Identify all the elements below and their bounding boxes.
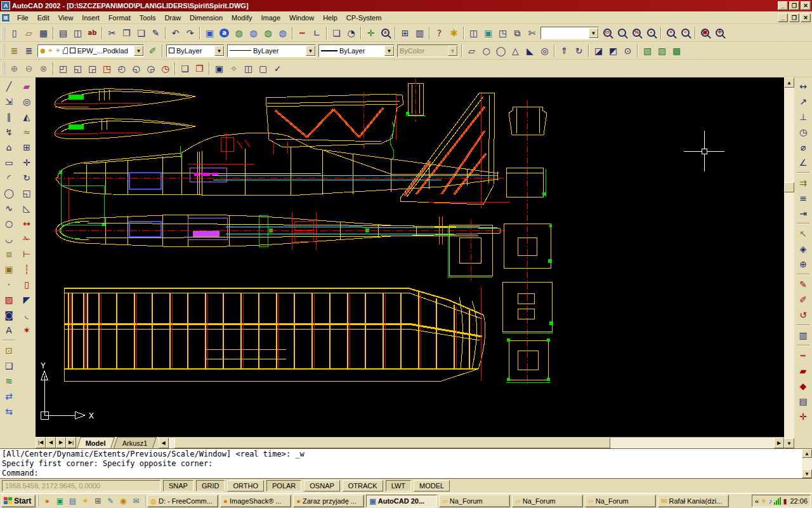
lwt-toggle[interactable]: LWT [386,480,411,491]
ico-editor-quicklaunch-button[interactable]: ▣ [54,495,65,507]
tab-model[interactable]: Model [77,437,115,448]
arc-button[interactable]: ◜ [1,170,16,185]
command-scrollbar[interactable]: ▲ ▼ [802,449,812,478]
extrude-button[interactable]: ⇑ [557,43,572,58]
zoom-realtime-button[interactable]: ± [378,25,393,40]
scroll-left-icon[interactable]: ◀ [159,438,169,448]
toolbar-grip[interactable] [2,44,5,58]
dimension-text-edit-button[interactable]: ✐ [796,292,811,307]
polygonal-viewport-button[interactable]: ◳ [495,25,510,40]
cmd-scroll-up-icon[interactable]: ▲ [802,449,812,458]
named-views-button[interactable]: ❏ [329,25,344,40]
toolbar-options-button[interactable]: ▥ [412,25,427,40]
import-drawing-button[interactable]: ⇄ [1,389,16,404]
menu-item-window[interactable]: Window [285,13,318,23]
break-button[interactable]: ▯ [19,277,34,292]
insert-block-button[interactable]: ⧈ [1,246,16,262]
autocad-today-button[interactable]: ▣ [202,25,217,40]
offset-button[interactable]: ≈ [19,124,34,140]
volume-tray-icon[interactable]: ♪ [769,497,773,505]
weather-app-quicklaunch-button[interactable]: ☀ [79,495,91,507]
move-button[interactable]: ✛ [19,155,34,170]
menu-item-format[interactable]: Format [104,13,135,23]
circle-button[interactable]: ◯ [1,185,16,201]
lengthen-button[interactable]: ↔ [19,216,34,231]
ellipse-button[interactable]: ○ [1,216,16,231]
center-mark-button[interactable]: ⊕ [796,257,811,272]
explode-button[interactable]: ✶ [19,323,34,338]
snap-toggle[interactable]: SNAP [163,480,193,491]
etransmit-button[interactable]: ◍ [261,25,275,40]
otrack-toggle[interactable]: OTRACK [343,480,383,491]
taskbar-button-folder[interactable]: ▱Na_Forum [512,495,583,507]
copy-edges-button[interactable]: ❏ [178,61,192,76]
command-line-window[interactable]: [All/Center/Dynamic/Extents/Previous/Sca… [0,448,812,479]
display-viewports-dialog-button[interactable]: ◫ [466,25,481,40]
bulb-icon[interactable]: ● [40,46,46,55]
cut-button[interactable]: ✂ [105,25,119,40]
calculator-quicklaunch-button[interactable]: ⊞ [92,495,103,507]
command-history[interactable]: [All/Center/Dynamic/Extents/Previous/Sca… [0,449,802,478]
linear-dimension-button[interactable]: ↔ [796,79,811,94]
solid-box-button[interactable]: ▱ [464,43,479,58]
temporary-tracking-point-button[interactable]: ┅ [295,25,310,40]
undo-button[interactable]: ↶ [168,25,183,40]
viewport-freeze-icon[interactable]: ☀ [55,46,61,55]
chevron-down-icon[interactable]: ▼ [214,46,224,56]
rotate-button[interactable]: ↻ [19,170,34,185]
section-button[interactable]: ◩ [606,43,620,58]
layer-combo[interactable]: ● ☀ ☀ EPW_...Podklad ▼ [37,44,144,57]
make-block-button[interactable]: ▣ [1,262,16,277]
spell-check-button[interactable]: ab [85,25,100,40]
solid-torus-button[interactable]: ◎ [537,43,552,58]
erase-button[interactable]: ▰ [19,79,34,94]
ortho-toggle[interactable]: ORTHO [227,480,264,491]
extend-button[interactable]: ⊢ [19,246,34,262]
taskbar-button-folder[interactable]: ▱Na_Forum [585,495,656,507]
zoom-scale-button[interactable]: % [629,25,644,40]
layers-manager-button[interactable]: ≣ [7,43,22,58]
rotate-faces-button[interactable]: ◴ [114,61,129,76]
match-properties-button[interactable]: ✎ [148,25,163,40]
viewport-scale-combo[interactable]: ▼ [540,27,599,39]
mirror-button[interactable]: ◭ [19,109,34,124]
menu-item-image[interactable]: Image [256,13,285,23]
polyline-button[interactable]: ↯ [1,124,16,140]
chevron-down-icon[interactable]: ▼ [306,46,315,56]
taskbar-button-firefox[interactable]: ●ImageShack® ... [220,495,291,507]
taskbar-clock[interactable]: 22:06 [789,497,808,505]
doc-restore-button[interactable]: ❐ [789,13,799,22]
convert-object-to-viewport-button[interactable]: ⧉ [510,25,525,40]
dimension-style-button[interactable]: ▥ [796,328,811,343]
quick-dimension-button[interactable]: ⇉ [796,175,811,190]
new-button[interactable]: ▯ [7,25,22,40]
area-button[interactable]: ▰ [796,363,811,378]
scroll-up-icon[interactable]: ▲ [784,77,794,88]
scroll-right-icon[interactable]: ▶ [774,438,784,448]
vscroll-thumb[interactable] [784,182,794,192]
restore-button[interactable]: ❐ [789,1,799,10]
rectangle-button[interactable]: ▭ [1,155,16,170]
menu-item-dimension[interactable]: Dimension [185,13,227,23]
radius-dimension-button[interactable]: ◷ [796,124,811,140]
check-button[interactable]: ✓ [270,61,285,76]
scroll-down-icon[interactable]: ▼ [784,438,794,448]
chevron-down-icon[interactable]: ▼ [384,46,394,56]
offset-faces-button[interactable]: ◲ [85,61,100,76]
ucs-tool-button[interactable]: ∟ [310,25,324,40]
scale-button[interactable]: ◱ [19,185,34,201]
save-button[interactable]: ▦ [36,25,51,40]
diameter-dimension-button[interactable]: ⌀ [796,140,811,155]
polar-toggle[interactable]: POLAR [266,480,301,491]
hscroll-thumb[interactable] [174,438,610,448]
solid-sphere-button[interactable]: ○ [479,43,494,58]
tab-arkusz1[interactable]: Arkusz1 [114,437,157,448]
model-toggle[interactable]: MODEL [414,480,450,491]
locate-point-button[interactable]: ✛ [796,409,811,424]
multicolor-lines-button[interactable]: ≋ [1,373,16,389]
3d-orbit-button[interactable]: ◔ [344,25,358,40]
mass-properties-button[interactable]: ◆ [796,378,811,394]
extrude-faces-button[interactable]: ◰ [56,61,70,76]
union-button[interactable]: ⊕ [7,61,22,76]
firefox-quicklaunch-button[interactable]: ● [41,495,53,507]
